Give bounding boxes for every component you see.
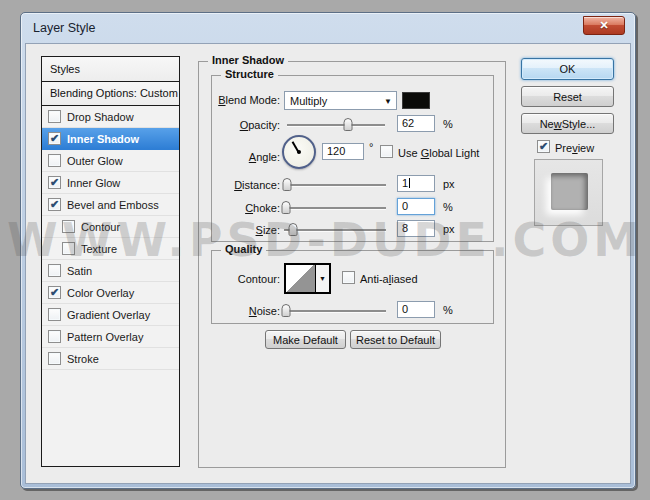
- size-slider[interactable]: [284, 229, 386, 231]
- new-style-button[interactable]: New Style...: [521, 113, 614, 134]
- checkbox[interactable]: [48, 308, 61, 321]
- size-label: Size:: [212, 224, 280, 236]
- blend-mode-value: Multiply: [290, 95, 327, 107]
- sidebar-item-label: Color Overlay: [67, 287, 134, 299]
- sidebar-item-label: Outer Glow: [67, 155, 123, 167]
- angle-label: Angle:: [212, 151, 280, 163]
- distance-unit: px: [443, 178, 455, 190]
- choke-input[interactable]: 0: [397, 198, 435, 215]
- choke-unit: %: [443, 201, 453, 213]
- sidebar-item-blending-options[interactable]: Blending Options: Custom: [42, 82, 179, 106]
- choke-slider-thumb[interactable]: [282, 201, 291, 214]
- checkbox[interactable]: [48, 110, 61, 123]
- close-button[interactable]: ✕: [583, 16, 625, 35]
- sidebar-item-label: Bevel and Emboss: [67, 199, 159, 211]
- checkbox[interactable]: ✔: [48, 198, 61, 211]
- sidebar-item-styles[interactable]: Styles: [42, 57, 179, 82]
- angle-dial[interactable]: [282, 135, 316, 169]
- sidebar-item-label: Stroke: [67, 353, 99, 365]
- anti-aliased-checkbox[interactable]: [342, 271, 355, 284]
- sidebar-item-pattern-overlay[interactable]: Pattern Overlay: [42, 326, 179, 348]
- chevron-down-icon: ▼: [384, 97, 392, 106]
- sidebar-item-label: Blending Options: Custom: [50, 87, 178, 99]
- sidebar-item-label: Gradient Overlay: [67, 309, 150, 321]
- sidebar-item-bevel-and-emboss[interactable]: ✔Bevel and Emboss: [42, 194, 179, 216]
- checkbox[interactable]: [62, 242, 75, 255]
- angle-input[interactable]: 120: [322, 143, 364, 160]
- structure-title: Structure: [221, 68, 278, 80]
- chevron-down-icon[interactable]: ▼: [315, 265, 329, 292]
- blend-mode-label: Blend Mode:: [212, 94, 280, 106]
- blend-mode-select[interactable]: Multiply ▼: [284, 91, 397, 110]
- opacity-slider-thumb[interactable]: [343, 118, 352, 131]
- sidebar-item-inner-glow[interactable]: ✔Inner Glow: [42, 172, 179, 194]
- noise-slider-thumb[interactable]: [282, 304, 291, 317]
- checkbox[interactable]: [48, 264, 61, 277]
- checkbox[interactable]: ✔: [48, 286, 61, 299]
- checkbox[interactable]: ✔: [48, 176, 61, 189]
- sidebar-item-gradient-overlay[interactable]: Gradient Overlay: [42, 304, 179, 326]
- preview-effect-square: [551, 173, 588, 210]
- structure-group: Structure Blend Mode: Multiply ▼ Opacity…: [211, 75, 494, 242]
- sidebar-item-outer-glow[interactable]: Outer Glow: [42, 150, 179, 172]
- distance-input[interactable]: 1: [397, 175, 435, 192]
- angle-unit: °: [369, 141, 373, 153]
- distance-slider[interactable]: [284, 184, 386, 186]
- sidebar-item-stroke[interactable]: Stroke: [42, 348, 179, 370]
- size-slider-thumb[interactable]: [289, 223, 298, 236]
- choke-label: Choke:: [212, 202, 280, 214]
- preview-label: Preview: [555, 142, 594, 154]
- checkbox[interactable]: [48, 154, 61, 167]
- contour-picker[interactable]: ▼: [284, 263, 331, 294]
- use-global-light-checkbox[interactable]: [380, 145, 393, 158]
- sidebar-item-label: Satin: [67, 265, 92, 277]
- size-unit: px: [443, 223, 455, 235]
- contour-label: Contour:: [212, 273, 280, 285]
- sidebar-item-color-overlay[interactable]: ✔Color Overlay: [42, 282, 179, 304]
- titlebar[interactable]: Layer Style ✕: [21, 13, 635, 43]
- angle-dial-center: [297, 150, 301, 154]
- distance-slider-thumb[interactable]: [283, 178, 292, 191]
- reset-button[interactable]: Reset: [521, 86, 614, 107]
- noise-label: Noise:: [212, 305, 280, 317]
- quality-group: Quality Contour: ▼ Anti-aliased Noise: 0…: [211, 250, 494, 324]
- close-icon: ✕: [599, 20, 608, 31]
- opacity-input[interactable]: 62: [397, 115, 435, 132]
- ok-button[interactable]: OK: [521, 58, 614, 80]
- layer-style-dialog: Layer Style ✕ Styles Blending Options: C…: [20, 12, 636, 489]
- sidebar-effect-list: Drop Shadow✔Inner ShadowOuter Glow✔Inner…: [42, 106, 179, 370]
- noise-slider[interactable]: [284, 310, 386, 312]
- preview-checkbox[interactable]: ✔: [537, 140, 550, 153]
- checkbox[interactable]: [48, 330, 61, 343]
- reset-to-default-button[interactable]: Reset to Default: [350, 330, 441, 349]
- sidebar-item-inner-shadow[interactable]: ✔Inner Shadow: [42, 128, 179, 150]
- quality-title: Quality: [221, 243, 266, 255]
- sidebar-item-satin[interactable]: Satin: [42, 260, 179, 282]
- opacity-unit: %: [443, 118, 453, 130]
- noise-unit: %: [443, 304, 453, 316]
- checkbox[interactable]: ✔: [48, 132, 61, 145]
- sidebar-item-contour[interactable]: Contour: [42, 216, 179, 238]
- checkbox[interactable]: [48, 352, 61, 365]
- use-global-light-label: Use Global Light: [398, 147, 479, 159]
- sidebar-item-label: Styles: [50, 63, 80, 75]
- sidebar-item-label: Inner Shadow: [67, 133, 139, 145]
- size-input[interactable]: 8: [397, 220, 435, 237]
- shadow-color-swatch[interactable]: [402, 92, 430, 109]
- sidebar-item-label: Pattern Overlay: [67, 331, 143, 343]
- styles-sidebar: Styles Blending Options: Custom Drop Sha…: [41, 56, 180, 467]
- opacity-label: Opacity:: [212, 119, 280, 131]
- panel-title: Inner Shadow: [208, 54, 288, 66]
- distance-label: Distance:: [212, 179, 280, 191]
- sidebar-item-drop-shadow[interactable]: Drop Shadow: [42, 106, 179, 128]
- choke-slider[interactable]: [284, 207, 386, 209]
- dialog-content: Styles Blending Options: Custom Drop Sha…: [25, 43, 631, 484]
- checkbox[interactable]: [62, 220, 75, 233]
- sidebar-item-texture[interactable]: Texture: [42, 238, 179, 260]
- contour-thumbnail[interactable]: [286, 265, 315, 292]
- make-default-button[interactable]: Make Default: [265, 330, 346, 349]
- opacity-slider[interactable]: [287, 124, 385, 126]
- sidebar-item-label: Texture: [81, 243, 117, 255]
- noise-input[interactable]: 0: [397, 301, 435, 318]
- anti-aliased-label: Anti-aliased: [360, 273, 418, 285]
